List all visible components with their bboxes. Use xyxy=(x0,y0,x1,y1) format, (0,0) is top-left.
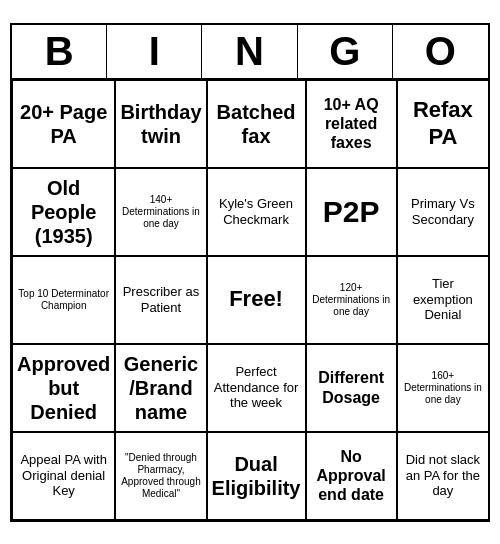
bingo-header: B I N G O xyxy=(12,25,488,80)
cell-3[interactable]: 10+ AQ related faxes xyxy=(306,80,397,168)
cell-6[interactable]: 140+ Determinations in one day xyxy=(115,168,206,256)
cell-7[interactable]: Kyle's Green Checkmark xyxy=(207,168,306,256)
cell-10[interactable]: Top 10 Determinator Champion xyxy=(12,256,115,344)
header-i: I xyxy=(107,25,202,78)
header-n: N xyxy=(202,25,297,78)
cell-14[interactable]: Tier exemption Denial xyxy=(397,256,488,344)
cell-20[interactable]: Appeal PA with Original denial Key xyxy=(12,432,115,520)
cell-4[interactable]: Refax PA xyxy=(397,80,488,168)
cell-21[interactable]: "Denied through Pharmacy, Approved throu… xyxy=(115,432,206,520)
cell-15[interactable]: Approved but Denied xyxy=(12,344,115,432)
cell-9[interactable]: Primary Vs Secondary xyxy=(397,168,488,256)
header-o: O xyxy=(393,25,488,78)
cell-11[interactable]: Prescriber as Patient xyxy=(115,256,206,344)
cell-18[interactable]: Different Dosage xyxy=(306,344,397,432)
cell-22[interactable]: Dual Eligibility xyxy=(207,432,306,520)
cell-5[interactable]: Old People (1935) xyxy=(12,168,115,256)
cell-23[interactable]: No Approval end date xyxy=(306,432,397,520)
cell-2[interactable]: Batched fax xyxy=(207,80,306,168)
cell-13[interactable]: 120+ Determinations in one day xyxy=(306,256,397,344)
cell-0[interactable]: 20+ Page PA xyxy=(12,80,115,168)
cell-16[interactable]: Generic /Brand name xyxy=(115,344,206,432)
header-g: G xyxy=(298,25,393,78)
cell-8[interactable]: P2P xyxy=(306,168,397,256)
cell-17[interactable]: Perfect Attendance for the week xyxy=(207,344,306,432)
cell-12[interactable]: Free! xyxy=(207,256,306,344)
bingo-card: B I N G O 20+ Page PA Birthday twin Batc… xyxy=(10,23,490,522)
cell-1[interactable]: Birthday twin xyxy=(115,80,206,168)
header-b: B xyxy=(12,25,107,78)
bingo-grid: 20+ Page PA Birthday twin Batched fax 10… xyxy=(12,80,488,520)
cell-24[interactable]: Did not slack an PA for the day xyxy=(397,432,488,520)
cell-19[interactable]: 160+ Determinations in one day xyxy=(397,344,488,432)
